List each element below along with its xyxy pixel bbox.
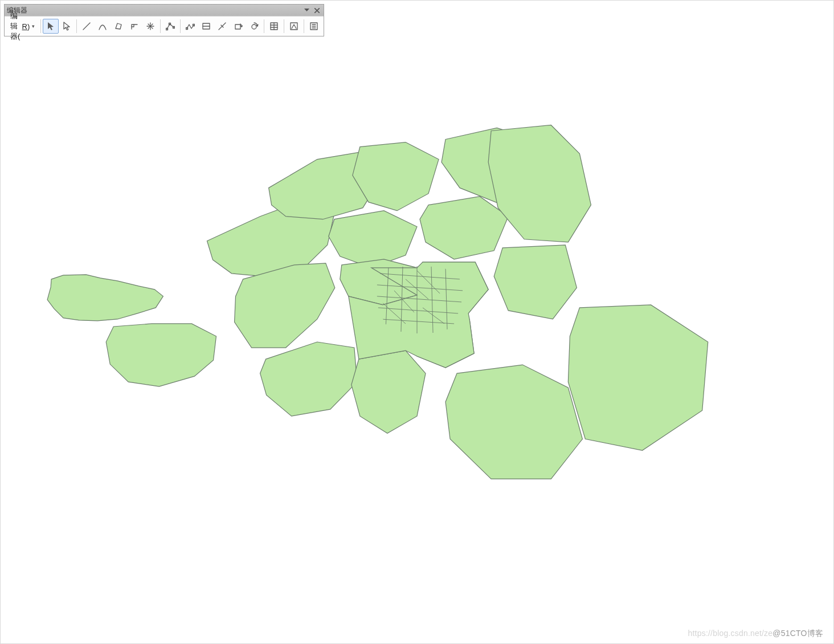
district-polygon[interactable] xyxy=(494,245,577,319)
toolbar-close-button[interactable] xyxy=(312,6,321,14)
separator xyxy=(284,19,284,33)
separator xyxy=(180,19,181,33)
district-polygon[interactable] xyxy=(351,350,426,433)
close-icon xyxy=(314,8,320,13)
watermark-faint: https://blog.csdn.net/ze xyxy=(688,629,773,638)
right-angle[interactable] xyxy=(126,19,142,34)
rotate-icon xyxy=(234,22,243,31)
node-icon xyxy=(146,22,155,31)
cut-poly-icon xyxy=(202,22,211,31)
app-frame: 编辑器 编辑器(R) ▾ https://blog.csdn.net/ze@51… xyxy=(0,0,834,644)
sketch-props-icon xyxy=(289,22,299,31)
attributes[interactable] xyxy=(266,19,282,34)
edit-vertices[interactable] xyxy=(162,19,178,34)
rotate-node-icon xyxy=(250,22,259,31)
district-polygon[interactable] xyxy=(420,197,508,259)
cursor-solid-icon xyxy=(47,22,55,31)
split-tool[interactable] xyxy=(214,19,230,34)
cut-polygons[interactable] xyxy=(198,19,214,34)
split-icon xyxy=(218,22,227,31)
watermark: https://blog.csdn.net/ze@51CTO博客 xyxy=(688,629,823,639)
district-polygon[interactable] xyxy=(47,275,163,321)
rotate-tool[interactable] xyxy=(230,19,246,34)
district-polygon[interactable] xyxy=(329,211,417,268)
polygon-outline-icon xyxy=(114,22,123,31)
trace[interactable] xyxy=(111,19,126,34)
caret-down-icon: ▾ xyxy=(32,23,35,29)
map-canvas[interactable] xyxy=(6,35,828,638)
toolbar-options-button[interactable] xyxy=(302,6,311,14)
svg-point-0 xyxy=(149,25,152,27)
separator xyxy=(160,19,161,33)
editor-menu-button[interactable]: 编辑器(R) ▾ xyxy=(6,19,39,34)
rotate-point[interactable] xyxy=(246,19,262,34)
district-polygon[interactable] xyxy=(106,324,216,386)
separator xyxy=(40,19,41,33)
attributes-icon xyxy=(269,22,279,31)
separator xyxy=(264,19,264,33)
editor-toolbar: 编辑器(R) ▾ xyxy=(5,16,324,36)
svg-rect-7 xyxy=(235,25,240,29)
editor-toolbar-window: 编辑器 编辑器(R) ▾ xyxy=(4,4,324,36)
map-svg xyxy=(6,35,828,638)
district-polygon[interactable] xyxy=(568,305,708,450)
district-polygon[interactable] xyxy=(235,263,335,348)
edit-annotation-tool[interactable] xyxy=(59,19,75,34)
reshape-feature[interactable] xyxy=(182,19,198,34)
edit-vertices-icon xyxy=(166,22,175,31)
corner-icon xyxy=(130,22,139,31)
create-features-icon xyxy=(309,22,318,31)
cursor-outline-icon xyxy=(63,22,71,31)
toolbar-titlebar[interactable]: 编辑器 xyxy=(5,5,324,16)
sketch-properties[interactable] xyxy=(286,19,302,34)
chevron-down-icon xyxy=(304,9,309,12)
edit-tool[interactable] xyxy=(43,19,59,34)
watermark-dark: @51CTO博客 xyxy=(772,629,823,638)
svg-point-8 xyxy=(252,25,256,29)
create-features[interactable] xyxy=(306,19,322,34)
editor-menu-label-suffix: ) xyxy=(27,22,30,31)
reshape-icon xyxy=(186,22,195,31)
end-point-arc-segment[interactable] xyxy=(95,19,111,34)
separator xyxy=(76,19,77,33)
district-polygon[interactable] xyxy=(260,342,357,416)
line-icon xyxy=(82,22,91,31)
point[interactable] xyxy=(142,19,158,34)
straight-segment[interactable] xyxy=(79,19,95,34)
arc-icon xyxy=(98,22,107,31)
editor-menu-accel: R xyxy=(22,22,27,31)
tools-host xyxy=(43,19,322,34)
separator xyxy=(304,19,304,33)
district-polygon[interactable] xyxy=(445,365,582,479)
